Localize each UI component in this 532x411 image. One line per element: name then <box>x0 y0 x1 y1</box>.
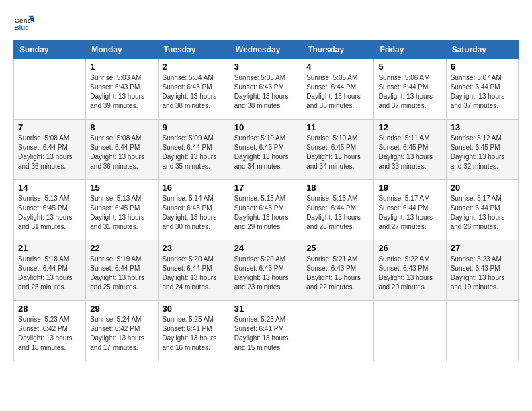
calendar-cell: 29Sunrise: 5:24 AM Sunset: 6:42 PM Dayli… <box>86 301 158 361</box>
day-number: 8 <box>90 122 153 132</box>
calendar-cell: 27Sunrise: 5:23 AM Sunset: 6:43 PM Dayli… <box>446 240 518 301</box>
day-number: 14 <box>18 183 81 193</box>
calendar-cell <box>14 59 86 120</box>
day-number: 1 <box>90 62 153 72</box>
calendar-cell: 14Sunrise: 5:13 AM Sunset: 6:45 PM Dayli… <box>14 180 86 240</box>
day-number: 7 <box>18 122 81 132</box>
day-number: 15 <box>90 183 153 193</box>
calendar-header-sunday: Sunday <box>14 41 86 59</box>
logo: General Blue <box>13 13 34 34</box>
day-info: Sunrise: 5:26 AM Sunset: 6:41 PM Dayligh… <box>234 315 298 353</box>
day-info: Sunrise: 5:20 AM Sunset: 6:43 PM Dayligh… <box>234 255 298 292</box>
calendar-cell: 13Sunrise: 5:12 AM Sunset: 6:45 PM Dayli… <box>446 120 518 180</box>
calendar-cell: 1Sunrise: 5:03 AM Sunset: 6:43 PM Daylig… <box>86 59 158 120</box>
calendar-cell: 4Sunrise: 5:05 AM Sunset: 6:44 PM Daylig… <box>302 59 374 120</box>
calendar-cell: 22Sunrise: 5:19 AM Sunset: 6:44 PM Dayli… <box>86 240 158 301</box>
calendar-header-monday: Monday <box>86 41 158 59</box>
day-info: Sunrise: 5:10 AM Sunset: 6:45 PM Dayligh… <box>234 134 298 171</box>
calendar-cell: 17Sunrise: 5:15 AM Sunset: 6:45 PM Dayli… <box>230 180 302 240</box>
calendar-cell <box>302 301 374 361</box>
logo-icon: General Blue <box>13 13 34 34</box>
day-number: 28 <box>18 304 81 314</box>
day-number: 9 <box>163 122 226 132</box>
calendar-header-row: SundayMondayTuesdayWednesdayThursdayFrid… <box>14 41 519 59</box>
day-info: Sunrise: 5:06 AM Sunset: 6:44 PM Dayligh… <box>378 73 441 111</box>
calendar-cell: 6Sunrise: 5:07 AM Sunset: 6:44 PM Daylig… <box>446 59 518 120</box>
calendar-cell <box>374 301 446 361</box>
day-number: 2 <box>163 62 226 72</box>
day-number: 21 <box>18 243 81 253</box>
day-info: Sunrise: 5:09 AM Sunset: 6:44 PM Dayligh… <box>163 134 226 171</box>
day-number: 30 <box>163 304 226 314</box>
day-info: Sunrise: 5:08 AM Sunset: 6:44 PM Dayligh… <box>90 134 153 171</box>
calendar-week-row: 7Sunrise: 5:08 AM Sunset: 6:44 PM Daylig… <box>14 120 519 180</box>
day-number: 26 <box>378 243 441 253</box>
calendar-week-row: 28Sunrise: 5:23 AM Sunset: 6:42 PM Dayli… <box>14 301 519 361</box>
calendar-header-thursday: Thursday <box>302 41 374 59</box>
calendar-cell: 25Sunrise: 5:21 AM Sunset: 6:43 PM Dayli… <box>302 240 374 301</box>
day-number: 29 <box>90 304 153 314</box>
day-number: 19 <box>378 183 441 193</box>
calendar-header-friday: Friday <box>374 41 446 59</box>
day-info: Sunrise: 5:11 AM Sunset: 6:45 PM Dayligh… <box>378 134 441 171</box>
calendar-week-row: 14Sunrise: 5:13 AM Sunset: 6:45 PM Dayli… <box>14 180 519 240</box>
day-info: Sunrise: 5:17 AM Sunset: 6:44 PM Dayligh… <box>451 194 514 232</box>
day-info: Sunrise: 5:10 AM Sunset: 6:45 PM Dayligh… <box>306 134 369 171</box>
day-number: 13 <box>451 122 514 132</box>
day-number: 25 <box>306 243 369 253</box>
day-number: 16 <box>163 183 226 193</box>
calendar-cell: 3Sunrise: 5:05 AM Sunset: 6:43 PM Daylig… <box>230 59 302 120</box>
svg-text:Blue: Blue <box>15 24 30 31</box>
calendar-cell: 2Sunrise: 5:04 AM Sunset: 6:43 PM Daylig… <box>158 59 230 120</box>
calendar-header-saturday: Saturday <box>446 41 518 59</box>
day-info: Sunrise: 5:07 AM Sunset: 6:44 PM Dayligh… <box>451 73 514 111</box>
calendar-cell: 16Sunrise: 5:14 AM Sunset: 6:45 PM Dayli… <box>158 180 230 240</box>
day-info: Sunrise: 5:25 AM Sunset: 6:41 PM Dayligh… <box>163 315 226 353</box>
day-number: 6 <box>451 62 514 72</box>
day-info: Sunrise: 5:23 AM Sunset: 6:42 PM Dayligh… <box>18 315 81 353</box>
calendar-cell: 12Sunrise: 5:11 AM Sunset: 6:45 PM Dayli… <box>374 120 446 180</box>
calendar-cell: 23Sunrise: 5:20 AM Sunset: 6:44 PM Dayli… <box>158 240 230 301</box>
day-info: Sunrise: 5:24 AM Sunset: 6:42 PM Dayligh… <box>90 315 153 353</box>
day-info: Sunrise: 5:16 AM Sunset: 6:44 PM Dayligh… <box>306 194 369 232</box>
calendar-week-row: 1Sunrise: 5:03 AM Sunset: 6:43 PM Daylig… <box>14 59 519 120</box>
calendar-table: SundayMondayTuesdayWednesdayThursdayFrid… <box>13 40 519 361</box>
calendar-cell: 10Sunrise: 5:10 AM Sunset: 6:45 PM Dayli… <box>230 120 302 180</box>
day-number: 12 <box>378 122 441 132</box>
day-number: 10 <box>234 122 298 132</box>
day-info: Sunrise: 5:04 AM Sunset: 6:43 PM Dayligh… <box>163 73 226 111</box>
day-info: Sunrise: 5:05 AM Sunset: 6:43 PM Dayligh… <box>234 73 298 111</box>
calendar-cell: 7Sunrise: 5:08 AM Sunset: 6:44 PM Daylig… <box>14 120 86 180</box>
calendar-cell: 15Sunrise: 5:13 AM Sunset: 6:45 PM Dayli… <box>86 180 158 240</box>
day-info: Sunrise: 5:17 AM Sunset: 6:44 PM Dayligh… <box>378 194 441 232</box>
calendar-cell: 21Sunrise: 5:18 AM Sunset: 6:44 PM Dayli… <box>14 240 86 301</box>
calendar-cell: 28Sunrise: 5:23 AM Sunset: 6:42 PM Dayli… <box>14 301 86 361</box>
page-header: General Blue <box>13 13 519 34</box>
calendar-cell: 20Sunrise: 5:17 AM Sunset: 6:44 PM Dayli… <box>446 180 518 240</box>
day-number: 20 <box>451 183 514 193</box>
day-number: 17 <box>234 183 298 193</box>
day-number: 11 <box>306 122 369 132</box>
calendar-cell: 11Sunrise: 5:10 AM Sunset: 6:45 PM Dayli… <box>302 120 374 180</box>
day-info: Sunrise: 5:15 AM Sunset: 6:45 PM Dayligh… <box>234 194 298 232</box>
day-info: Sunrise: 5:19 AM Sunset: 6:44 PM Dayligh… <box>90 255 153 292</box>
day-info: Sunrise: 5:21 AM Sunset: 6:43 PM Dayligh… <box>306 255 369 292</box>
day-info: Sunrise: 5:13 AM Sunset: 6:45 PM Dayligh… <box>90 194 153 232</box>
day-info: Sunrise: 5:03 AM Sunset: 6:43 PM Dayligh… <box>90 73 153 111</box>
calendar-header-wednesday: Wednesday <box>230 41 302 59</box>
day-number: 5 <box>378 62 441 72</box>
day-info: Sunrise: 5:12 AM Sunset: 6:45 PM Dayligh… <box>451 134 514 171</box>
day-info: Sunrise: 5:18 AM Sunset: 6:44 PM Dayligh… <box>18 255 81 292</box>
calendar-cell <box>446 301 518 361</box>
calendar-header-tuesday: Tuesday <box>158 41 230 59</box>
day-number: 23 <box>163 243 226 253</box>
day-number: 24 <box>234 243 298 253</box>
calendar-week-row: 21Sunrise: 5:18 AM Sunset: 6:44 PM Dayli… <box>14 240 519 301</box>
calendar-cell: 5Sunrise: 5:06 AM Sunset: 6:44 PM Daylig… <box>374 59 446 120</box>
day-number: 18 <box>306 183 369 193</box>
day-info: Sunrise: 5:20 AM Sunset: 6:44 PM Dayligh… <box>163 255 226 292</box>
calendar-cell: 9Sunrise: 5:09 AM Sunset: 6:44 PM Daylig… <box>158 120 230 180</box>
day-info: Sunrise: 5:05 AM Sunset: 6:44 PM Dayligh… <box>306 73 369 111</box>
day-number: 3 <box>234 62 298 72</box>
calendar-cell: 19Sunrise: 5:17 AM Sunset: 6:44 PM Dayli… <box>374 180 446 240</box>
